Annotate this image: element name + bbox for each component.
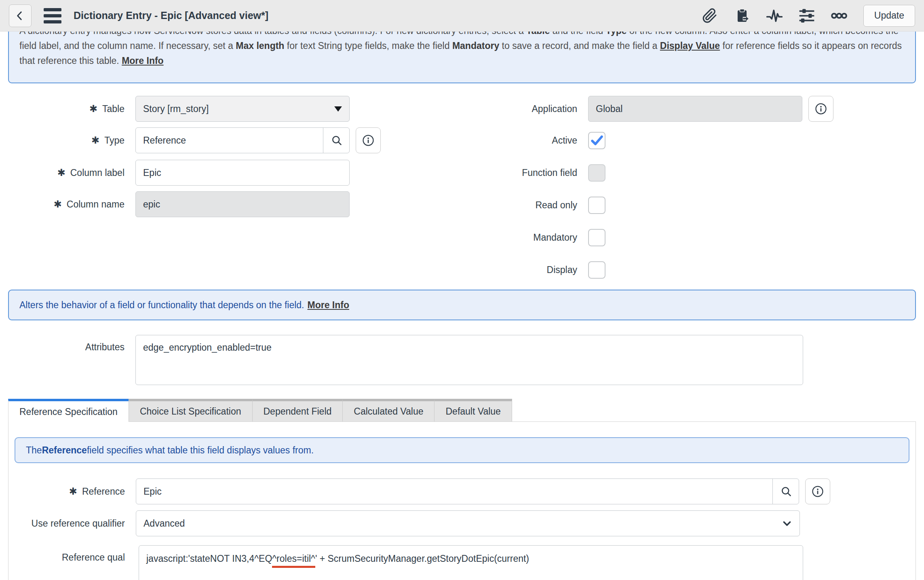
more-options-icon[interactable] <box>831 8 847 24</box>
table-select[interactable]: Story [rm_story] <box>135 96 350 122</box>
reference-qual-textarea[interactable]: javascript:'stateNOT IN3,4^EQ^roles=itil… <box>139 545 803 580</box>
mandatory-checkbox[interactable] <box>588 229 605 246</box>
tab-dependent-field[interactable]: Dependent Field <box>253 399 343 421</box>
tab-reference-specification[interactable]: Reference Specification <box>8 399 129 422</box>
more-info-link[interactable]: More Info <box>308 298 350 313</box>
application-field-label: Application <box>532 104 577 114</box>
column-label-field-label: Column label <box>70 167 124 178</box>
required-asterisk-icon <box>69 486 77 497</box>
attributes-field-label: Attributes <box>85 342 124 353</box>
dictionary-info-banner: A dictionary entry manages how ServiceNo… <box>8 32 916 83</box>
reference-field-row: Reference <box>8 478 830 504</box>
check-icon <box>590 133 604 147</box>
type-info-button[interactable] <box>356 127 381 153</box>
chevron-down-icon <box>782 518 792 529</box>
display-checkbox[interactable] <box>588 261 605 279</box>
type-input[interactable] <box>135 127 350 153</box>
read-only-checkbox[interactable] <box>588 197 605 214</box>
required-asterisk-icon <box>54 199 62 210</box>
reference-search-button[interactable] <box>772 478 799 504</box>
search-icon <box>331 135 342 146</box>
reference-info-banner: The Reference field specifies what table… <box>15 437 909 463</box>
active-field-label: Active <box>552 135 577 146</box>
info-icon <box>812 485 824 497</box>
reference-field-label: Reference <box>82 486 125 497</box>
active-checkbox[interactable] <box>588 132 605 149</box>
tab-bar: Reference Specification Choice List Spec… <box>8 399 512 422</box>
read-only-field-label: Read only <box>535 200 577 211</box>
attributes-textarea[interactable]: edge_encryption_enabled=true <box>135 335 803 385</box>
clipboard-icon[interactable] <box>734 8 750 24</box>
type-field-label: Type <box>104 135 124 146</box>
application-info-button[interactable] <box>808 96 833 122</box>
search-icon <box>781 486 792 497</box>
mandatory-field-row: Mandatory <box>453 229 605 246</box>
chevron-left-icon <box>14 10 26 22</box>
reference-info-button[interactable] <box>805 478 830 504</box>
tab-default-value[interactable]: Default Value <box>435 399 512 421</box>
banner-text: A dictionary entry manages how ServiceNo… <box>19 32 526 36</box>
reference-specification-panel: The Reference field specifies what table… <box>8 421 916 580</box>
mandatory-field-label: Mandatory <box>533 232 577 243</box>
required-asterisk-icon <box>89 103 97 114</box>
application-input[interactable] <box>588 96 802 122</box>
menu-icon[interactable] <box>44 8 61 23</box>
update-button[interactable]: Update <box>863 5 915 27</box>
column-label-field-row: Column label <box>0 160 350 186</box>
column-name-field-label: Column name <box>67 199 124 210</box>
required-asterisk-icon <box>91 135 99 146</box>
info-icon <box>362 134 374 146</box>
form-header: Dictionary Entry - Epic [Advanced view*] <box>0 0 924 32</box>
column-name-input[interactable] <box>135 191 350 217</box>
read-only-field-row: Read only <box>453 196 605 214</box>
tab-choice-list-specification[interactable]: Choice List Specification <box>129 399 253 421</box>
spellcheck-underline: ^roles=itil^ <box>272 553 315 568</box>
column-label-input[interactable] <box>135 160 350 186</box>
attachment-icon[interactable] <box>702 8 718 24</box>
dropdown-arrow-icon <box>334 106 342 112</box>
attributes-field-row: Attributes edge_encryption_enabled=true <box>0 335 803 385</box>
use-reference-qualifier-select[interactable]: Advanced <box>136 510 800 536</box>
function-field-row: Function field <box>453 164 605 182</box>
type-search-button[interactable] <box>323 127 350 153</box>
page-title: Dictionary Entry - Epic [Advanced view*] <box>74 10 268 21</box>
required-asterisk-icon <box>57 167 65 178</box>
reference-qual-label: Reference qual <box>62 552 125 563</box>
function-field-label: Function field <box>522 167 577 178</box>
reference-input[interactable] <box>136 478 799 504</box>
display-field-row: Display <box>453 261 605 279</box>
activity-icon[interactable] <box>766 8 783 24</box>
more-info-link[interactable]: More Info <box>122 55 164 66</box>
sliders-icon[interactable] <box>799 8 815 24</box>
table-field-label: Table <box>102 104 124 114</box>
type-field-row: Type <box>0 127 381 153</box>
active-field-row: Active <box>453 131 605 149</box>
info-icon <box>815 103 827 115</box>
reference-qual-row: Reference qual javascript:'stateNOT IN3,… <box>8 545 803 580</box>
form-body: A dictionary entry manages how ServiceNo… <box>0 32 924 580</box>
use-reference-qualifier-row: Use reference qualifier Advanced <box>8 510 800 536</box>
display-field-label: Display <box>547 265 577 275</box>
attributes-info-banner: Alters the behavior of a field or functi… <box>8 290 916 320</box>
function-field-checkbox[interactable] <box>588 164 605 182</box>
use-reference-qualifier-label: Use reference qualifier <box>32 518 125 529</box>
application-field-row: Application <box>453 96 833 122</box>
tab-calculated-value[interactable]: Calculated Value <box>343 399 435 421</box>
table-field-row: Table Story [rm_story] <box>0 96 350 122</box>
column-name-field-row: Column name <box>0 191 350 217</box>
back-button[interactable] <box>9 4 32 27</box>
